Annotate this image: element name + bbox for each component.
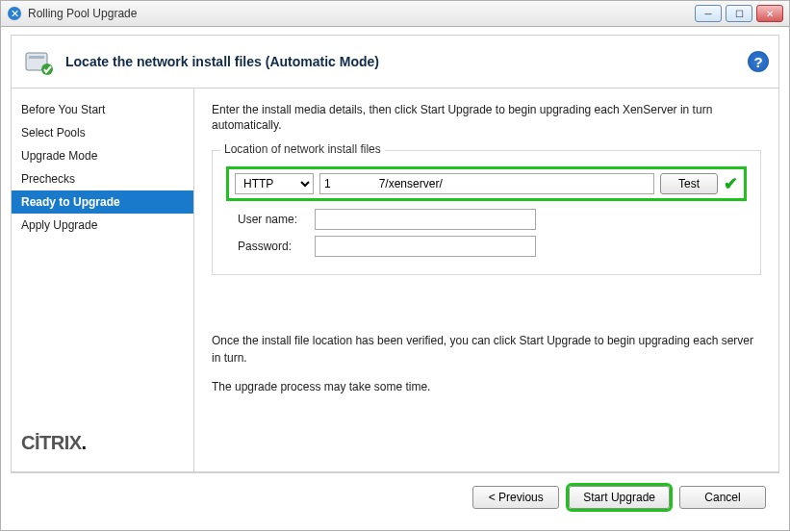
sidebar-item-before-you-start[interactable]: Before You Start — [12, 98, 193, 121]
sidebar-item-upgrade-mode[interactable]: Upgrade Mode — [12, 144, 193, 167]
test-button[interactable]: Test — [660, 173, 718, 194]
svg-point-4 — [41, 63, 53, 75]
wizard-main: Enter the install media details, then cl… — [194, 89, 778, 471]
time-note: The upgrade process may take some time. — [212, 380, 761, 393]
install-location-group: Location of network install files HTTP T… — [212, 150, 761, 275]
titlebar: ✕ Rolling Pool Upgrade ─ ☐ ✕ — [0, 0, 790, 27]
wizard-icon — [21, 44, 56, 79]
svg-text:✕: ✕ — [11, 8, 19, 19]
sidebar-item-apply-upgrade[interactable]: Apply Upgrade — [12, 214, 193, 237]
previous-button[interactable]: < Previous — [472, 486, 559, 509]
sidebar-item-prechecks[interactable]: Prechecks — [12, 167, 193, 190]
sidebar-item-select-pools[interactable]: Select Pools — [12, 121, 193, 144]
brand-logo: CİTRIX. — [12, 420, 193, 471]
window-title: Rolling Pool Upgrade — [28, 7, 137, 20]
page-title: Locate the network install files (Automa… — [65, 54, 379, 69]
wizard-sidebar: Before You Start Select Pools Upgrade Mo… — [12, 89, 194, 471]
password-input[interactable] — [315, 236, 536, 257]
check-icon: ✔ — [724, 173, 738, 194]
close-button[interactable]: ✕ — [756, 5, 783, 22]
intro-text: Enter the install media details, then cl… — [212, 102, 761, 133]
sidebar-item-ready-to-upgrade[interactable]: Ready to Upgrade — [12, 190, 193, 214]
help-icon[interactable]: ? — [748, 51, 769, 72]
svg-rect-3 — [29, 56, 44, 59]
app-icon: ✕ — [7, 6, 22, 21]
username-label: User name: — [238, 213, 315, 226]
start-upgrade-button[interactable]: Start Upgrade — [569, 486, 670, 509]
cancel-button[interactable]: Cancel — [679, 486, 766, 509]
maximize-button[interactable]: ☐ — [726, 5, 752, 22]
group-legend: Location of network install files — [220, 142, 385, 156]
username-input[interactable] — [315, 209, 536, 230]
wizard-footer: < Previous Start Upgrade Cancel — [11, 472, 779, 520]
url-input[interactable] — [319, 173, 654, 194]
protocol-select[interactable]: HTTP — [235, 173, 314, 194]
minimize-button[interactable]: ─ — [695, 5, 722, 22]
verify-note: Once the install file location has been … — [212, 333, 761, 367]
wizard-header: Locate the network install files (Automa… — [11, 35, 779, 89]
password-label: Password: — [238, 240, 315, 253]
url-row-highlight: HTTP Test ✔ — [226, 166, 747, 201]
